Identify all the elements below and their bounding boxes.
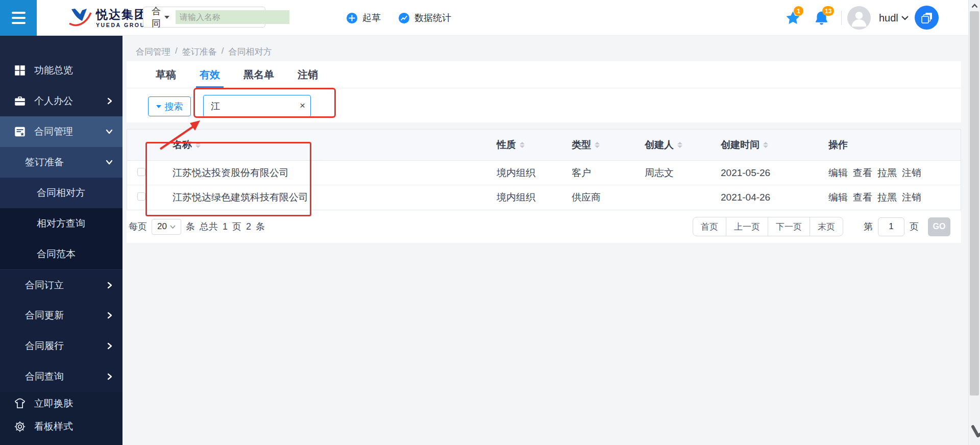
scrollbar-thumb[interactable]: [970, 11, 979, 395]
sort-icon[interactable]: [763, 142, 768, 148]
page-scrollbar[interactable]: [968, 0, 980, 445]
table-header: 名称 性质 类型 创建人: [127, 130, 961, 161]
row-checkbox[interactable]: [137, 168, 145, 176]
sort-icon[interactable]: [595, 142, 600, 148]
main-content: 合同管理 / 签订准备 / 合同相对方 草稿 有效 黑名单 注销 搜索 ×: [122, 36, 968, 445]
sidebar: 功能总览 个人办公 合同管理: [0, 36, 122, 445]
tab-valid[interactable]: 有效: [200, 61, 220, 88]
breadcrumb-item[interactable]: 签订准备: [182, 46, 217, 58]
sidebar-item-board-style[interactable]: 看板样式: [0, 415, 122, 438]
chevron-down-icon: [105, 128, 113, 135]
sidebar-item-change-skin[interactable]: 立即换肤: [0, 392, 122, 415]
chevron-down-icon: [901, 16, 909, 20]
scroll-up-button[interactable]: [969, 0, 980, 11]
counterparty-table: 名称 性质 类型 创建人: [127, 129, 961, 210]
blacklist-link[interactable]: 拉黑: [877, 191, 897, 204]
view-link[interactable]: 查看: [853, 191, 872, 204]
go-button[interactable]: GO: [928, 217, 950, 236]
sidebar-item-function-overview[interactable]: 功能总览: [0, 55, 122, 86]
cancel-link[interactable]: 注销: [902, 166, 921, 180]
briefcase-icon: [13, 94, 27, 108]
column-header-name[interactable]: 名称: [163, 138, 497, 152]
sidebar-item-signing-preparation[interactable]: 签订准备: [0, 147, 122, 178]
sort-icon[interactable]: [677, 142, 682, 148]
topbar: 悦达集团 YUEDA GROUP 合同 起草 数据统计: [0, 0, 968, 36]
blacklist-link[interactable]: 拉黑: [877, 166, 897, 180]
chevron-down-icon: [156, 105, 161, 108]
sidebar-item-contract-performance[interactable]: 合同履行: [0, 331, 122, 361]
row-checkbox[interactable]: [137, 192, 145, 201]
tab-draft[interactable]: 草稿: [156, 61, 176, 88]
cell-created-time: 2021-05-26: [721, 167, 828, 179]
name-filter-input[interactable]: [203, 95, 311, 117]
tabs-and-filter-card: 草稿 有效 黑名单 注销 搜索 ×: [127, 61, 961, 122]
cancel-link[interactable]: 注销: [902, 191, 921, 204]
sidebar-item-contract-counterparty[interactable]: 合同相对方: [0, 178, 122, 208]
view-link[interactable]: 查看: [853, 166, 872, 180]
page-number-input[interactable]: [878, 217, 904, 236]
breadcrumb-item[interactable]: 合同相对方: [228, 46, 272, 58]
contract-document-icon: [13, 125, 27, 138]
row-actions: 编辑 查看 拉黑 注销: [828, 166, 961, 180]
sidebar-item-contract-query[interactable]: 合同查询: [0, 361, 122, 392]
pagination-controls: 首页 上一页 下一页 末页 第 页 GO: [693, 217, 950, 236]
table-card: 名称 性质 类型 创建人: [127, 129, 961, 243]
chevron-up-icon: [971, 4, 978, 8]
logo-name: 悦达集团: [96, 9, 150, 20]
chevron-down-icon: [164, 16, 169, 19]
chevron-down-icon: [105, 159, 113, 166]
draft-button[interactable]: 起草: [346, 0, 381, 36]
pagination-bar: 每页 20 条 总共 1 页 2 条 首页: [127, 210, 961, 243]
company-logo: 悦达集团 YUEDA GROUP: [67, 6, 150, 31]
username: hudl: [879, 12, 898, 24]
edit-link[interactable]: 编辑: [828, 191, 848, 204]
clear-input-icon[interactable]: ×: [300, 100, 305, 112]
tab-blacklist[interactable]: 黑名单: [243, 61, 274, 88]
chevron-right-icon: [106, 97, 113, 105]
next-page-button[interactable]: 下一页: [768, 217, 810, 236]
app-screen: 悦达集团 YUEDA GROUP 合同 起草 数据统计: [0, 0, 980, 445]
chevron-right-icon: [106, 281, 113, 289]
chevron-right-icon: [106, 342, 113, 350]
notifications-badge: 13: [822, 6, 834, 16]
avatar[interactable]: [847, 6, 871, 30]
table-row: 江苏悦达绿色建筑科技有限公司 境内组织 供应商 2021-04-26 编辑 查看…: [127, 185, 961, 210]
favorites-button[interactable]: 1: [785, 10, 801, 26]
chevron-right-icon: [106, 311, 113, 319]
chevron-down-icon: [170, 225, 176, 229]
search-button[interactable]: 搜索: [148, 96, 191, 116]
first-page-button[interactable]: 首页: [693, 217, 726, 236]
user-menu[interactable]: hudl: [879, 0, 909, 36]
column-header-nature[interactable]: 性质: [497, 138, 572, 152]
statistics-label: 数据统计: [414, 12, 451, 24]
statistics-button[interactable]: 数据统计: [398, 0, 451, 36]
pagination-summary: 每页 20 条 总共 1 页 2 条: [129, 219, 265, 235]
column-header-creator[interactable]: 创建人: [645, 138, 721, 152]
page-size-select[interactable]: 20: [152, 219, 181, 235]
tab-cancelled[interactable]: 注销: [298, 61, 318, 88]
logo-subtitle: YUEDA GROUP: [96, 22, 150, 28]
sidebar-item-personal-office[interactable]: 个人办公: [0, 86, 122, 116]
sidebar-item-contract-management[interactable]: 合同管理: [0, 116, 122, 147]
column-header-created-time[interactable]: 创建时间: [721, 138, 828, 152]
notifications-button[interactable]: 13: [814, 10, 829, 26]
search-category-dropdown[interactable]: 合同: [143, 5, 169, 30]
prev-page-button[interactable]: 上一页: [726, 217, 768, 236]
breadcrumb-separator: /: [222, 46, 224, 58]
cell-created-time: 2021-04-26: [721, 192, 828, 203]
hamburger-menu-button[interactable]: [0, 0, 37, 36]
draft-label: 起草: [362, 12, 381, 24]
sidebar-item-contract-update[interactable]: 合同更新: [0, 300, 122, 331]
apps-panel-button[interactable]: [915, 6, 939, 30]
breadcrumb-item[interactable]: 合同管理: [136, 46, 170, 58]
sort-icon[interactable]: [195, 142, 201, 148]
column-header-type[interactable]: 类型: [572, 138, 645, 152]
sort-icon[interactable]: [520, 142, 525, 148]
sidebar-item-contract-conclusion[interactable]: 合同订立: [0, 269, 122, 300]
sidebar-item-counterparty-query[interactable]: 相对方查询: [0, 208, 122, 239]
sidebar-item-contract-template[interactable]: 合同范本: [0, 239, 122, 269]
cell-name: 江苏悦达投资股份有限公司: [163, 166, 497, 180]
global-search-input[interactable]: [176, 10, 289, 24]
last-page-button[interactable]: 末页: [810, 217, 843, 236]
edit-link[interactable]: 编辑: [828, 166, 848, 180]
